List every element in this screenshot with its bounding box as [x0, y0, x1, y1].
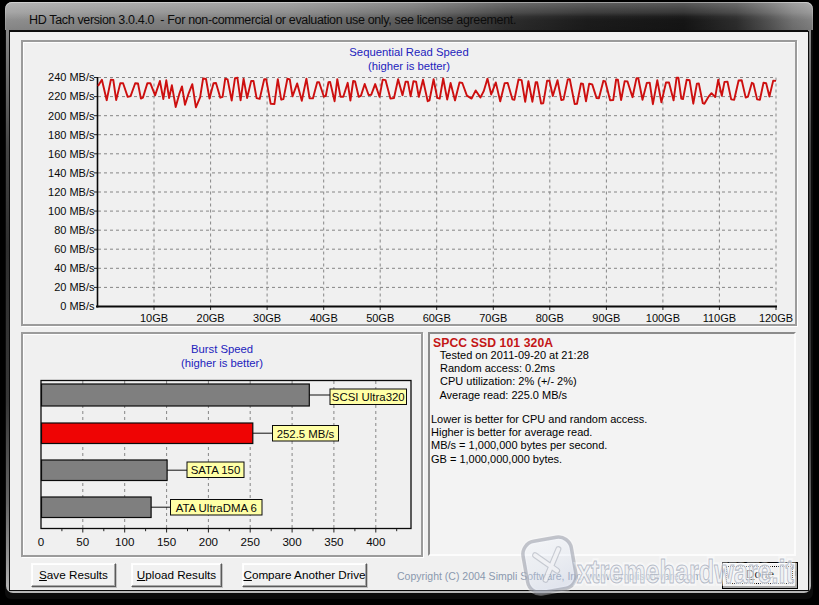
svg-text:180 MB/s: 180 MB/s: [48, 129, 95, 141]
svg-text:80GB: 80GB: [536, 312, 564, 324]
svg-text:110GB: 110GB: [703, 312, 736, 324]
svg-text:80 MB/s: 80 MB/s: [54, 224, 95, 236]
svg-text:400: 400: [366, 535, 385, 548]
svg-text:160 MB/s: 160 MB/s: [48, 148, 95, 160]
svg-text:240 MB/s: 240 MB/s: [48, 71, 95, 83]
svg-text:100GB: 100GB: [646, 312, 680, 324]
svg-text:120 MB/s: 120 MB/s: [48, 186, 95, 198]
svg-text:200 MB/s: 200 MB/s: [48, 110, 95, 122]
svg-text:40 MB/s: 40 MB/s: [54, 262, 95, 274]
svg-text:20 MB/s: 20 MB/s: [54, 281, 95, 293]
svg-text:140 MB/s: 140 MB/s: [48, 167, 95, 179]
svg-text:220 MB/s: 220 MB/s: [48, 90, 95, 102]
svg-text:60 MB/s: 60 MB/s: [54, 243, 95, 255]
svg-text:350: 350: [324, 535, 343, 548]
svg-text:SCSI Ultra320: SCSI Ultra320: [332, 391, 405, 403]
svg-text:30GB: 30GB: [253, 312, 281, 324]
svg-text:40GB: 40GB: [310, 312, 338, 324]
svg-text:70GB: 70GB: [479, 312, 507, 324]
svg-text:250: 250: [241, 535, 260, 548]
svg-text:ATA UltraDMA 6: ATA UltraDMA 6: [176, 502, 257, 514]
svg-text:0: 0: [38, 535, 44, 548]
svg-text:50: 50: [76, 535, 89, 548]
svg-text:300: 300: [282, 535, 301, 548]
svg-text:50GB: 50GB: [366, 312, 394, 324]
svg-text:60GB: 60GB: [423, 312, 451, 324]
svg-text:SATA 150: SATA 150: [191, 464, 241, 476]
svg-text:0 MB/s: 0 MB/s: [60, 300, 95, 312]
svg-text:120GB: 120GB: [759, 312, 793, 324]
svg-text:90GB: 90GB: [592, 312, 620, 324]
svg-text:150: 150: [157, 535, 176, 548]
svg-text:10GB: 10GB: [140, 312, 168, 324]
svg-text:252.5 MB/s: 252.5 MB/s: [277, 428, 335, 440]
svg-text:20GB: 20GB: [197, 312, 225, 324]
svg-text:100 MB/s: 100 MB/s: [48, 205, 95, 217]
svg-text:200: 200: [199, 535, 218, 548]
svg-text:100: 100: [115, 535, 134, 548]
